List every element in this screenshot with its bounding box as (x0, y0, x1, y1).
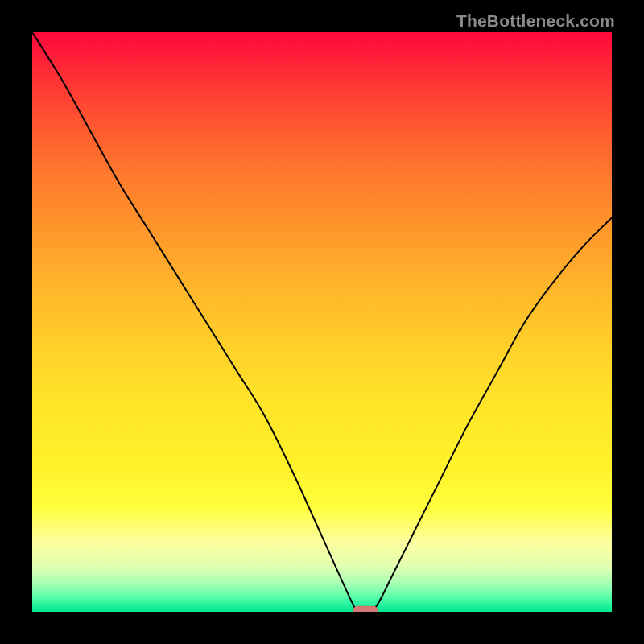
bottleneck-curve (32, 32, 612, 612)
watermark-text: TheBottleneck.com (456, 11, 615, 31)
plot-area (32, 32, 612, 612)
optimum-marker (353, 606, 378, 612)
curve-layer (32, 32, 612, 612)
chart-frame: TheBottleneck.com (0, 0, 644, 644)
